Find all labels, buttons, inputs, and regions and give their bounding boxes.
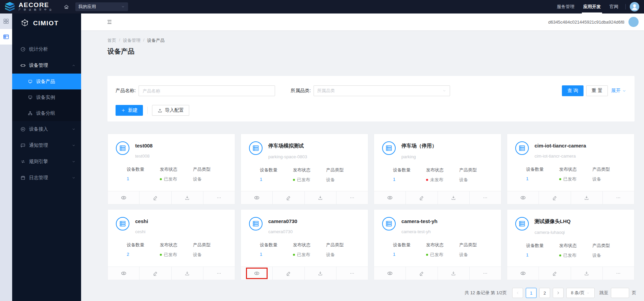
product-type-value: 设备 — [459, 252, 492, 258]
import-config-button[interactable]: 导入配置 — [152, 105, 189, 116]
product-code: camera-test-yh — [401, 229, 438, 234]
view-button[interactable] — [241, 191, 272, 204]
device-count-value[interactable]: 1 — [260, 252, 293, 257]
product-name-input[interactable] — [139, 85, 275, 96]
page-button-2[interactable]: 2 — [539, 288, 550, 298]
ellipsis-icon — [349, 195, 355, 200]
sidebar-item-统计分析[interactable]: 统计分析 — [12, 41, 81, 57]
product-name: cim-iot-tiancr-camera — [535, 143, 586, 148]
expand-link-label: 展开 — [611, 88, 621, 94]
search-button[interactable]: 查 询 — [562, 85, 584, 96]
page-button-1[interactable]: 1 — [526, 288, 537, 298]
product-type-label: 产品类型 — [592, 166, 625, 172]
more-button[interactable] — [336, 267, 368, 280]
brand-subtitle: 广 联 达 数 字 中 台 — [19, 8, 53, 11]
download-button[interactable] — [438, 191, 469, 204]
product-type-value: 设备 — [592, 252, 625, 258]
sidebar-subitem-设备产品[interactable]: 设备产品 — [12, 74, 81, 89]
sidebar-item-规则引擎[interactable]: 规则引擎 — [12, 154, 81, 170]
edit-button[interactable] — [405, 191, 437, 204]
view-button[interactable] — [507, 191, 539, 204]
brand-title: AECORE — [19, 2, 53, 8]
app-select[interactable]: 我的应用 — [75, 2, 128, 11]
edit-button[interactable] — [139, 191, 171, 204]
download-button[interactable] — [571, 191, 602, 204]
more-button[interactable] — [336, 191, 368, 204]
view-button[interactable] — [374, 267, 405, 280]
more-button[interactable] — [469, 267, 501, 280]
download-icon — [184, 195, 190, 200]
reset-button[interactable]: 重 置 — [586, 85, 608, 96]
view-button[interactable] — [108, 267, 139, 280]
view-button[interactable] — [374, 191, 405, 204]
server-icon — [385, 220, 393, 227]
device-count-value[interactable]: 1 — [260, 177, 293, 182]
edit-button[interactable] — [272, 267, 304, 280]
sidebar-subitem-设备分组[interactable]: 设备分组 — [12, 105, 81, 121]
aecore-logo[interactable]: AECORE 广 联 达 数 字 中 台 — [0, 2, 55, 12]
device-count-value[interactable]: 1 — [393, 177, 426, 182]
jump-page-input[interactable] — [611, 288, 629, 298]
more-button[interactable] — [203, 191, 235, 204]
view-button[interactable] — [108, 191, 139, 204]
next-page-button[interactable] — [553, 288, 564, 298]
sidebar-subitem-设备实例[interactable]: 设备实例 — [12, 89, 81, 105]
home-icon[interactable] — [64, 4, 69, 10]
more-button[interactable] — [469, 191, 501, 204]
breadcrumb-首页[interactable]: 首页 — [107, 37, 116, 44]
download-button[interactable] — [571, 267, 602, 280]
sidebar-item-日志管理[interactable]: 日志管理 — [12, 170, 81, 186]
pagination-summary: 共 12 条记录 第 1/2页 — [465, 290, 507, 296]
device-count-value[interactable]: 1 — [127, 176, 160, 181]
device-count-value[interactable]: 2 — [127, 252, 160, 257]
edit-button[interactable] — [539, 267, 570, 280]
publish-status-value: 未发布 — [426, 177, 459, 183]
sidebar-item-设备接入[interactable]: 设备接入 — [12, 121, 81, 137]
download-button[interactable] — [171, 191, 203, 204]
topnav-应用开发[interactable]: 应用开发 — [579, 0, 605, 13]
more-button[interactable] — [602, 267, 634, 280]
collapse-menu-icon[interactable] — [106, 19, 113, 25]
sidebar-item-设备管理[interactable]: 设备管理 — [12, 57, 81, 74]
page-size-select[interactable]: 8 条/页 — [566, 288, 595, 298]
sidebar-item-通知管理[interactable]: 通知管理 — [12, 137, 81, 154]
more-button[interactable] — [203, 267, 235, 280]
edit-button[interactable] — [405, 267, 437, 280]
product-type-label: 产品类型 — [459, 167, 492, 173]
download-button[interactable] — [438, 267, 469, 280]
download-button[interactable] — [304, 267, 336, 280]
product-type-value: 设备 — [592, 176, 625, 182]
product-card-cim-iot-tiancr-camera: cim-iot-tiancr-cameracim-iot-tiancr-came… — [507, 134, 635, 204]
cimiot-logo[interactable]: CIMIOT — [12, 13, 81, 33]
download-icon — [451, 271, 456, 276]
device-count-value[interactable]: 1 — [526, 252, 559, 257]
rail-window-icon[interactable] — [0, 29, 12, 45]
edit-button[interactable] — [539, 191, 570, 204]
calendar-icon — [20, 175, 26, 181]
header-avatar[interactable] — [628, 17, 639, 27]
category-select[interactable]: 所属品类 — [314, 85, 450, 96]
view-button[interactable] — [241, 267, 272, 280]
gauge-icon — [20, 47, 26, 52]
sidebar-item-label: 设备接入 — [29, 126, 72, 132]
eye-icon — [121, 270, 127, 276]
device-count-label: 设备数量 — [393, 167, 426, 173]
download-button[interactable] — [171, 267, 203, 280]
prev-page-button[interactable] — [512, 288, 523, 298]
edit-button[interactable] — [272, 191, 304, 204]
more-button[interactable] — [602, 191, 634, 204]
device-count-value[interactable]: 1 — [526, 176, 559, 181]
edit-icon — [552, 271, 558, 276]
breadcrumb-设备管理[interactable]: 设备管理 — [123, 37, 141, 44]
create-button[interactable]: 新建 — [116, 105, 143, 116]
edit-button[interactable] — [139, 267, 171, 280]
rail-appstore-icon[interactable] — [0, 13, 12, 29]
topnav-服务管理[interactable]: 服务管理 — [552, 0, 579, 13]
expand-link[interactable]: 展开 — [611, 88, 626, 94]
topnav-官网[interactable]: 官网 — [605, 0, 623, 13]
device-count-value[interactable]: 1 — [393, 252, 426, 257]
server-icon — [252, 220, 259, 227]
user-avatar[interactable] — [630, 2, 639, 11]
download-button[interactable] — [304, 191, 336, 204]
view-button[interactable] — [507, 267, 539, 280]
